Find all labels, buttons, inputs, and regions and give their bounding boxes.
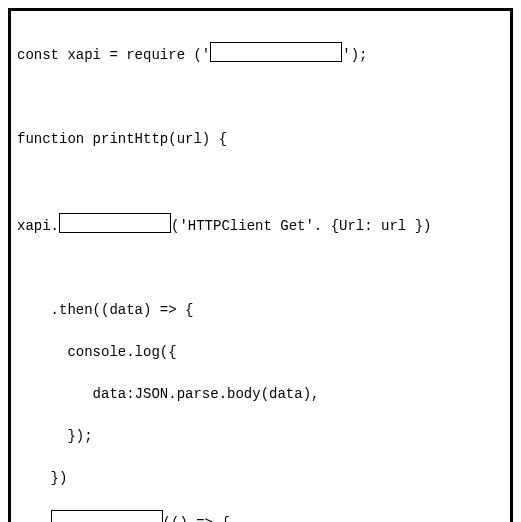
- code-text: .: [17, 515, 51, 522]
- code-line: .(() => {: [17, 510, 504, 522]
- code-line: data:JSON.parse.body(data),: [17, 384, 504, 405]
- blank-1[interactable]: [210, 42, 342, 62]
- code-line: .then((data) => {: [17, 300, 504, 321]
- code-text: ');: [342, 47, 367, 63]
- code-line: xapi.('HTTPClient Get'. {Url: url }): [17, 213, 504, 237]
- code-block: const xapi = require (''); function prin…: [8, 8, 513, 522]
- code-text: const xapi = require (': [17, 47, 210, 63]
- blank-2[interactable]: [59, 213, 171, 233]
- code-line: console.log({: [17, 342, 504, 363]
- code-text: (() => {: [163, 515, 230, 522]
- code-text: ('HTTPClient Get'. {Url: url }): [171, 218, 431, 234]
- code-line: });: [17, 426, 504, 447]
- code-line: function printHttp(url) {: [17, 129, 504, 150]
- code-line: }): [17, 468, 504, 489]
- code-text: xapi.: [17, 218, 59, 234]
- blank-3[interactable]: [51, 510, 163, 522]
- code-line: const xapi = require ('');: [17, 42, 504, 66]
